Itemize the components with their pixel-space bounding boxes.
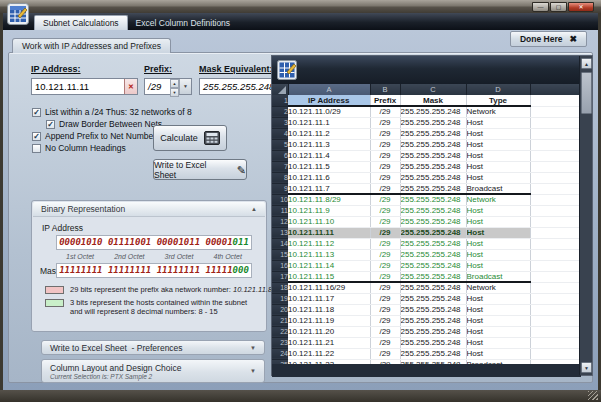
expander-column-layout[interactable]: Column Layout and Design Choice Current … xyxy=(41,359,265,383)
cell[interactable]: 10.121.11.8/29 xyxy=(288,194,370,205)
cell[interactable]: Network xyxy=(466,194,530,205)
cell[interactable]: /29 xyxy=(370,282,400,293)
cell[interactable]: 255.255.255.248 xyxy=(400,172,466,183)
cell[interactable]: /29 xyxy=(370,249,400,260)
cell[interactable]: 10.121.11.9 xyxy=(288,205,370,216)
cell[interactable] xyxy=(530,95,581,106)
table-row[interactable]: 2410.121.11.22/29255.255.255.248Host xyxy=(272,348,581,359)
cell[interactable]: 10.121.11.12 xyxy=(288,238,370,249)
table-row[interactable]: 1510.121.11.13/29255.255.255.248Host xyxy=(272,249,581,260)
table-row[interactable]: 2210.121.11.20/29255.255.255.248Host xyxy=(272,326,581,337)
cell[interactable]: /29 xyxy=(370,326,400,337)
row-number[interactable]: 1 xyxy=(272,95,288,106)
cell[interactable]: Prefix xyxy=(370,95,400,106)
cell[interactable]: Host xyxy=(466,172,530,183)
cell[interactable]: 255.255.255.248 xyxy=(400,139,466,150)
cell[interactable] xyxy=(530,249,581,260)
cell[interactable]: 10.121.11.16/29 xyxy=(288,282,370,293)
table-row[interactable]: 1010.121.11.8/29/29255.255.255.248Networ… xyxy=(272,194,581,205)
cell[interactable]: Host xyxy=(466,128,530,139)
table-row[interactable]: 1610.121.11.14/29255.255.255.248Host xyxy=(272,260,581,271)
subtab-work-with-ip[interactable]: Work with IP Addresses and Prefixes xyxy=(12,38,171,53)
option-row[interactable]: ✓Draw Border Between Nets xyxy=(32,118,262,130)
table-row[interactable]: 210.121.11.0/29/29255.255.255.248Network xyxy=(272,106,581,117)
column-header-C[interactable]: C xyxy=(400,84,466,95)
cell[interactable]: Host xyxy=(466,326,530,337)
cell[interactable]: 255.255.255.248 xyxy=(400,260,466,271)
table-row[interactable]: 910.121.11.7/29255.255.255.248Broadcast xyxy=(272,183,581,194)
cell[interactable]: 255.255.255.248 xyxy=(400,216,466,227)
cell[interactable]: 10.121.11.1 xyxy=(288,117,370,128)
cell[interactable]: /29 xyxy=(370,238,400,249)
cell[interactable]: 10.121.11.13 xyxy=(288,249,370,260)
cell[interactable] xyxy=(530,106,581,117)
table-row[interactable]: 2010.121.11.18/29255.255.255.248Host xyxy=(272,304,581,315)
cell[interactable]: /29 xyxy=(370,183,400,194)
cell[interactable] xyxy=(530,260,581,271)
prefix-dropdown-icon[interactable]: ▼ xyxy=(179,79,191,94)
cell[interactable]: 10.121.11.4 xyxy=(288,150,370,161)
cell[interactable] xyxy=(530,282,581,293)
row-number[interactable]: 14 xyxy=(272,238,288,249)
cell[interactable]: /29 xyxy=(370,216,400,227)
expander-write-preferences[interactable]: Write to Excel Sheet - Preferences ▼ xyxy=(41,340,265,355)
maximize-button[interactable]: ▢ xyxy=(550,2,567,12)
table-row[interactable]: 2110.121.11.19/29255.255.255.248Host xyxy=(272,315,581,326)
checkbox[interactable]: ✓ xyxy=(46,120,55,129)
cell[interactable]: /29 xyxy=(370,150,400,161)
cell[interactable]: 10.121.11.10 xyxy=(288,216,370,227)
scrollbar-thumb[interactable] xyxy=(581,72,592,114)
column-header-B[interactable]: B xyxy=(370,84,400,95)
done-here-button[interactable]: Done Here ✖ xyxy=(510,31,587,47)
close-button[interactable]: ✕ xyxy=(568,2,594,12)
cell[interactable]: Host xyxy=(466,216,530,227)
option-row[interactable]: No Column Headings xyxy=(32,142,262,154)
cell[interactable]: 255.255.255.248 xyxy=(400,293,466,304)
cell[interactable]: 255.255.255.248 xyxy=(400,282,466,293)
cell[interactable]: 10.121.11.7 xyxy=(288,183,370,194)
cell[interactable]: 255.255.255.248 xyxy=(400,326,466,337)
row-number[interactable]: 3 xyxy=(272,117,288,128)
cell[interactable]: 10.121.11.14 xyxy=(288,260,370,271)
cell[interactable]: /29 xyxy=(370,205,400,216)
cell[interactable]: 255.255.255.248 xyxy=(400,315,466,326)
cell[interactable]: 255.255.255.248 xyxy=(400,271,466,282)
row-number[interactable]: 2 xyxy=(272,106,288,117)
row-number[interactable]: 16 xyxy=(272,260,288,271)
cell[interactable] xyxy=(530,183,581,194)
tab-excel-column-definitions[interactable]: Excel Column Definitions xyxy=(128,16,238,30)
tab-subnet-calculations[interactable]: Subnet Calculations xyxy=(34,15,128,30)
prefix-spinner[interactable]: ▲ ▼ xyxy=(170,79,179,94)
cell[interactable]: 10.121.11.20 xyxy=(288,326,370,337)
cell[interactable]: 255.255.255.248 xyxy=(400,183,466,194)
spin-up-icon[interactable]: ▲ xyxy=(170,79,179,88)
cell[interactable]: Host xyxy=(466,260,530,271)
cell[interactable] xyxy=(530,172,581,183)
option-row[interactable]: ✓List within a /24 Thus: 32 networks of … xyxy=(32,106,262,118)
cell[interactable]: 255.255.255.248 xyxy=(400,304,466,315)
cell[interactable] xyxy=(530,128,581,139)
row-number[interactable]: 13 xyxy=(272,227,288,238)
cell[interactable] xyxy=(530,271,581,282)
sheet-viewport[interactable]: ABCD 1IP AddressPrefixMaskType210.121.11… xyxy=(272,84,581,364)
row-number[interactable]: 5 xyxy=(272,139,288,150)
sheet-header-row[interactable]: 1IP AddressPrefixMaskType xyxy=(272,95,581,106)
cell[interactable]: 255.255.255.248 xyxy=(400,161,466,172)
cell[interactable]: Host xyxy=(466,348,530,359)
checkbox[interactable]: ✓ xyxy=(32,132,41,141)
scroll-up-icon[interactable]: ▲ xyxy=(581,58,592,69)
row-number[interactable]: 7 xyxy=(272,161,288,172)
cell[interactable] xyxy=(530,161,581,172)
cell[interactable]: 10.121.11.2 xyxy=(288,128,370,139)
cell[interactable]: /29 xyxy=(370,106,400,117)
table-row[interactable]: 2310.121.11.21/29255.255.255.248Host xyxy=(272,337,581,348)
cell[interactable]: 255.255.255.248 xyxy=(400,128,466,139)
cell[interactable]: /29 xyxy=(370,348,400,359)
row-number[interactable]: 15 xyxy=(272,249,288,260)
row-number[interactable]: 9 xyxy=(272,183,288,194)
cell[interactable]: 10.121.11.21 xyxy=(288,337,370,348)
table-row[interactable]: 810.121.11.6/29255.255.255.248Host xyxy=(272,172,581,183)
row-number[interactable]: 21 xyxy=(272,315,288,326)
cell[interactable] xyxy=(530,216,581,227)
cell[interactable] xyxy=(530,139,581,150)
